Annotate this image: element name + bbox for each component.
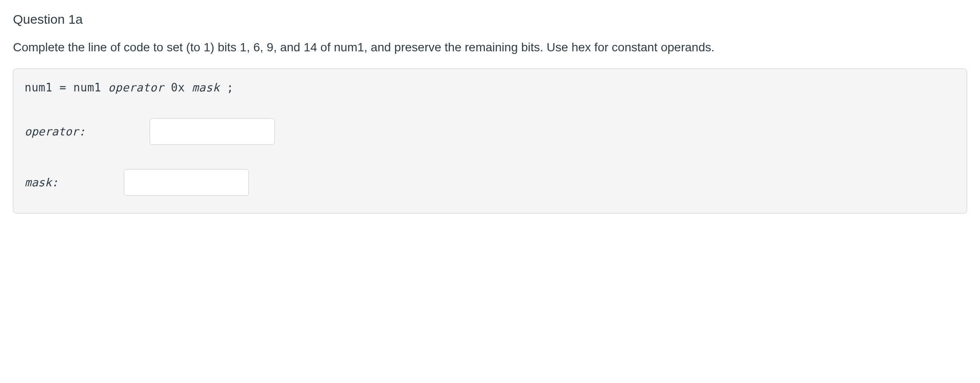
code-box: num1 = num1 operator 0x mask ; operator:… bbox=[13, 69, 967, 213]
operator-input[interactable] bbox=[150, 118, 275, 145]
code-template-line: num1 = num1 operator 0x mask ; bbox=[25, 81, 955, 94]
operator-row: operator: bbox=[25, 118, 955, 145]
code-operator-placeholder: operator bbox=[108, 81, 164, 94]
operator-label: operator: bbox=[25, 125, 150, 138]
question-title: Question 1a bbox=[13, 12, 967, 27]
code-mask-placeholder: mask bbox=[192, 81, 220, 94]
mask-input[interactable] bbox=[124, 169, 249, 196]
mask-row: mask: bbox=[25, 169, 955, 196]
code-suffix: ; bbox=[220, 81, 233, 94]
code-middle: 0x bbox=[164, 81, 192, 94]
mask-label: mask: bbox=[25, 176, 124, 189]
code-prefix: num1 = num1 bbox=[25, 81, 108, 94]
question-prompt: Complete the line of code to set (to 1) … bbox=[13, 39, 967, 57]
